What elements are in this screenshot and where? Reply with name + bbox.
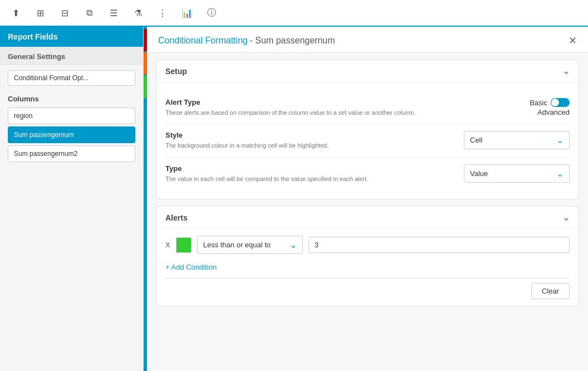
close-button[interactable]: ✕ [569,35,577,47]
column-item-sum-passengernum2[interactable]: Sum passengernum2 [8,145,135,162]
style-row: Style The background colour in a matchin… [165,124,570,157]
add-condition-link[interactable]: + Add Condition [156,261,579,278]
alerts-section-header: Alerts ⌄ [156,207,579,229]
panel-title: Conditional Formatting - Sum passengernu… [158,36,335,46]
setup-chevron: ⌄ [562,66,570,76]
grid-button[interactable]: ⊟ [53,2,76,24]
column-item-region[interactable]: region [8,108,135,124]
type-dropdown-arrow: ⌄ [556,168,564,179]
setup-section-body: Alert Type These alerts are based on com… [156,82,579,199]
toggle-basic-label: Basic [530,99,547,107]
list-button[interactable]: ☰ [102,2,125,24]
alert-type-row: Alert Type These alerts are based on com… [165,91,570,124]
setup-section-header: Setup ⌄ [156,60,579,82]
style-dropdown-arrow: ⌄ [556,135,564,145]
more-button[interactable]: ⋮ [151,2,174,24]
panel-title-main: Conditional Formatting [158,36,248,45]
panel-header: Conditional Formatting - Sum passengernu… [147,27,588,53]
setup-title: Setup [165,67,187,76]
alert-type-desc: These alerts are based on comparison of … [165,109,455,117]
type-controls: Value ⌄ [464,164,570,183]
info-button[interactable]: ⓘ [200,2,223,24]
columns-button[interactable]: ⧉ [78,2,100,24]
columns-title: Columns [8,95,135,103]
sidebar-title: Report Fields [0,27,143,47]
toggle-switch[interactable] [551,98,570,107]
toggle-group: Basic Advanced [530,98,570,116]
alerts-title: Alerts [165,213,188,222]
conditional-format-button[interactable]: Conditional Format Opt... [8,70,135,86]
color-swatch[interactable] [176,237,192,253]
type-label: Type [165,164,464,173]
general-settings-label: General Settings [0,47,143,65]
columns-section: Columns region Sum passengernum Sum pass… [0,89,143,170]
toggle-advanced-label: Advanced [537,108,570,116]
operator-value: Less than or equal to [203,241,271,249]
type-label-group: Type The value in each cell will be comp… [165,164,464,183]
alert-type-label-group: Alert Type These alerts are based on com… [165,98,481,117]
alert-type-label: Alert Type [165,98,481,106]
main-layout: Report Fields General Settings Condition… [0,27,588,371]
type-row: Type The value in each cell will be comp… [165,158,570,190]
sidebar: Report Fields General Settings Condition… [0,27,144,371]
toggle-basic-row: Basic [530,98,570,107]
operator-dropdown[interactable]: Less than or equal to ⌄ [197,236,303,254]
panel-title-sub: - Sum passengernum [250,36,335,45]
upload-button[interactable]: ⬆ [4,2,27,24]
toolbar: ⬆ ⊞ ⊟ ⧉ ☰ ⚗ ⋮ 📊 ⓘ [0,0,588,27]
column-item-sum-passengernum[interactable]: Sum passengernum [8,126,135,143]
filter-button[interactable]: ⚗ [127,2,149,24]
style-label: Style [165,131,464,139]
clear-button[interactable]: Clear [531,283,570,299]
divider [165,278,570,279]
operator-dropdown-arrow: ⌄ [290,240,297,250]
type-value: Value [470,169,488,178]
alerts-section: Alerts ⌄ X Less than or equal to ⌄ + Add… [156,206,579,306]
style-controls: Cell ⌄ [464,131,570,149]
condition-row: X Less than or equal to ⌄ [156,229,579,261]
condition-value-input[interactable] [308,237,570,253]
style-value: Cell [470,136,482,144]
style-dropdown[interactable]: Cell ⌄ [464,131,570,149]
style-label-group: Style The background colour in a matchin… [165,131,464,150]
content-panel: Conditional Formatting - Sum passengernu… [147,27,588,371]
type-dropdown[interactable]: Value ⌄ [464,164,570,183]
style-desc: The background colour in a matching cell… [165,141,455,150]
toggle-advanced-row: Advanced [537,108,570,116]
condition-x-label[interactable]: X [165,241,170,249]
table-button[interactable]: ⊞ [29,2,51,24]
alert-type-controls: Basic Advanced [481,98,570,116]
type-desc: The value in each cell will be compared … [165,175,455,183]
alerts-chevron: ⌄ [562,212,570,223]
setup-section: Setup ⌄ Alert Type These alerts are base… [156,60,579,199]
chart-button[interactable]: 📊 [176,2,198,24]
